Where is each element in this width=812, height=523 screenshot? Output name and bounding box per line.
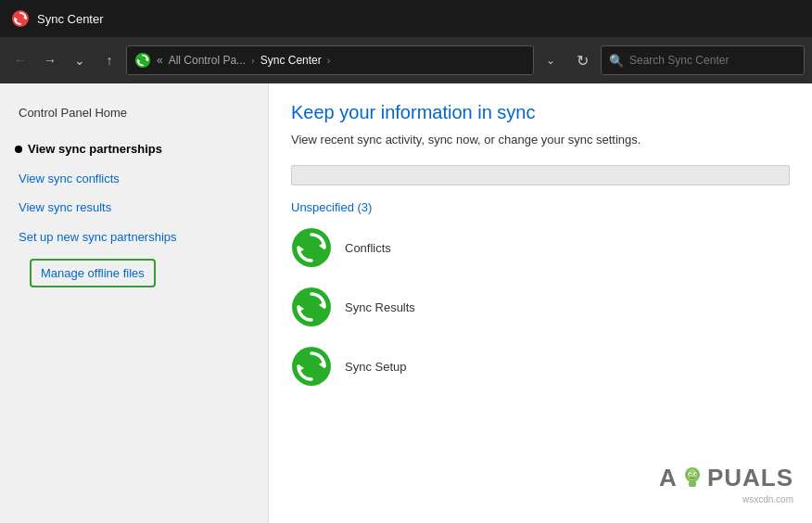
- title-bar-text: Sync Center: [37, 12, 104, 26]
- sync-item-setup-label: Sync Setup: [345, 360, 407, 374]
- back-button[interactable]: ←: [7, 47, 33, 73]
- svg-point-17: [688, 472, 691, 475]
- sidebar-item-view-partnerships[interactable]: View sync partnerships: [28, 138, 162, 159]
- sidebar-item-manage-wrapper: Manage offline files: [0, 251, 268, 295]
- up-button[interactable]: ↑: [96, 47, 122, 73]
- sync-item-conflicts-label: Conflicts: [345, 241, 391, 255]
- watermark-logo-text: A: [659, 464, 678, 492]
- sync-icon-setup: [291, 346, 332, 387]
- address-breadcrumb-prefix: «: [157, 54, 163, 67]
- svg-point-20: [695, 473, 696, 474]
- sidebar: Control Panel Home View sync partnership…: [0, 83, 269, 523]
- content-title: Keep your information in sync: [291, 102, 790, 123]
- address-sync-center: Sync Center: [260, 54, 322, 67]
- sidebar-item-manage-offline[interactable]: Manage offline files: [30, 259, 156, 287]
- search-input[interactable]: [629, 54, 796, 67]
- search-icon: 🔍: [609, 54, 624, 68]
- progress-bar: [291, 165, 790, 185]
- sync-icon-conflicts: [291, 227, 332, 268]
- content-area: Keep your information in sync View recen…: [269, 83, 812, 405]
- address-control-panel: All Control Pa...: [169, 54, 246, 67]
- address-sep1: ›: [251, 55, 255, 66]
- address-field[interactable]: « All Control Pa... › Sync Center ›: [126, 45, 534, 75]
- svg-rect-21: [689, 481, 696, 487]
- sync-item-results-label: Sync Results: [345, 300, 415, 314]
- refresh-button[interactable]: ↻: [567, 45, 597, 75]
- list-item[interactable]: Sync Results: [291, 287, 790, 327]
- section-label: Unspecified (3): [291, 200, 790, 214]
- sync-items-list: Conflicts Sync Results: [291, 227, 790, 387]
- dropdown-history-button[interactable]: ⌄: [67, 47, 93, 73]
- sidebar-item-view-results[interactable]: View sync results: [0, 193, 268, 222]
- sync-icon-results: [291, 287, 332, 327]
- list-item[interactable]: Conflicts: [291, 227, 790, 268]
- active-indicator: [15, 146, 22, 153]
- title-bar: Sync Center: [0, 0, 812, 37]
- watermark-mascot-icon: [679, 466, 705, 491]
- address-sync-icon: [134, 52, 151, 69]
- watermark: A PUALS wsxcdn.com: [659, 464, 793, 504]
- svg-point-18: [693, 472, 696, 475]
- forward-button[interactable]: →: [37, 47, 63, 73]
- list-item[interactable]: Sync Setup: [291, 346, 790, 387]
- svg-point-19: [690, 473, 691, 474]
- sync-center-icon: [11, 9, 30, 28]
- sidebar-item-home[interactable]: Control Panel Home: [0, 98, 268, 127]
- sidebar-item-view-partnerships-wrapper[interactable]: View sync partnerships: [0, 134, 268, 163]
- search-box[interactable]: 🔍: [601, 45, 805, 75]
- watermark-domain: wsxcdn.com: [659, 494, 793, 504]
- address-dropdown-button[interactable]: ⌄: [538, 47, 564, 73]
- main-layout: Control Panel Home View sync partnership…: [0, 83, 812, 523]
- watermark-logo-text2: PUALS: [707, 464, 793, 492]
- sidebar-item-view-conflicts[interactable]: View sync conflicts: [0, 164, 268, 193]
- content-subtitle: View recent sync activity, sync now, or …: [291, 133, 790, 147]
- address-bar: ← → ⌄ ↑ « All Control Pa... › Sync Cente…: [0, 37, 812, 83]
- address-sep2: ›: [327, 55, 331, 66]
- sidebar-item-setup[interactable]: Set up new sync partnerships: [0, 223, 268, 251]
